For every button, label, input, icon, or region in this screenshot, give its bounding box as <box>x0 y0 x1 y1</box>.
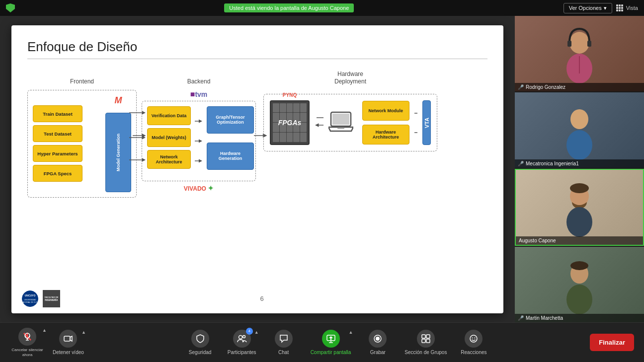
mecatronica-name: Mecatronica Ingenieria1 <box>526 161 579 166</box>
pynq-label: PYNQ <box>283 92 297 98</box>
diagram-area: Frontend Train Dataset Test Dataset Hype… <box>27 68 487 277</box>
end-button[interactable]: Finalizar <box>590 334 634 351</box>
grid-view-icon <box>616 4 623 11</box>
martin-name: Martin Marchetta <box>526 315 563 321</box>
arrows-to-vta <box>414 100 417 145</box>
rodrigo-name: Rodrigo Gonzalez <box>526 84 565 90</box>
top-bar-left <box>6 3 15 12</box>
svg-point-34 <box>566 285 592 314</box>
svg-rect-9 <box>337 127 344 129</box>
backend-section: Backend ■tvm Verification Data Model (We… <box>142 78 256 192</box>
chat-button[interactable]: Chat <box>269 330 299 356</box>
backend-label: Backend <box>142 78 256 85</box>
share-screen-icon <box>322 330 340 348</box>
share-screen-group[interactable]: Compartir pantalla ▲ <box>311 330 351 356</box>
reactions-button[interactable]: Reacciones <box>459 330 488 356</box>
svg-point-54 <box>470 335 477 342</box>
hardware-section: HardwareDeployment PYNQ FPGAs <box>263 71 437 151</box>
laptop-icon <box>328 111 353 134</box>
record-label: Grabar <box>370 350 386 356</box>
top-bar: Usted está viendo la pantalla de Augusto… <box>0 0 644 16</box>
participant-rodrigo: 🎤 Rodrigo Gonzalez <box>515 16 644 91</box>
verification-data-box: Verification Data <box>147 106 191 125</box>
svg-rect-51 <box>426 335 430 338</box>
breakout-label: Sección de Grupos <box>404 350 447 356</box>
participants-chevron[interactable]: ▲ <box>254 330 259 335</box>
video-chevron[interactable]: ▲ <box>81 330 86 335</box>
mic-label: Cancelar silenciar ahora <box>10 348 45 357</box>
chat-icon <box>275 330 293 348</box>
martin-video <box>515 247 644 322</box>
security-label: Seguridad <box>189 350 212 356</box>
hyper-params-box: Hyper Parameters <box>33 145 82 162</box>
video-group[interactable]: Detener vídeo ▲ <box>53 330 84 356</box>
model-weights-box: Model (Weights) <box>147 128 191 147</box>
svg-point-30 <box>570 183 589 193</box>
svg-rect-50 <box>422 335 425 338</box>
security-button[interactable]: Seguridad <box>185 330 215 356</box>
footer-logos: UNCUYO UNIVERSIDAD NACIONAL DE CUYO FACU… <box>21 290 60 307</box>
svg-text:NACIONAL DE CUYO: NACIONAL DE CUYO <box>21 301 39 303</box>
frontend-label: Frontend <box>27 78 137 85</box>
presentation-slide: Enfoque de Diseño Frontend Train Dataset… <box>11 25 503 313</box>
arrows-backend <box>195 106 203 176</box>
fpga-text: FPGAs <box>278 119 302 127</box>
record-button[interactable]: Grabar <box>363 330 393 356</box>
mic-group[interactable]: Cancelar silenciar ahora ▲ <box>10 328 45 357</box>
svg-rect-23 <box>567 41 571 47</box>
slide-number: 6 <box>260 295 263 302</box>
svg-point-43 <box>242 335 245 338</box>
augusto-name: Augusto Capone <box>519 238 556 243</box>
share-chevron[interactable]: ▲ <box>348 330 353 335</box>
model-generation-box: Model Generation <box>105 113 131 192</box>
screen-share-banner: Usted está viendo la pantalla de Augusto… <box>224 3 354 12</box>
svg-text:UNIVERSIDAD: UNIVERSIDAD <box>24 299 36 301</box>
svg-rect-40 <box>64 336 70 341</box>
rodrigo-mic-icon: 🎤 <box>518 84 524 90</box>
participant-mecatronica: 🎤 Mecatronica Ingenieria1 <box>515 92 644 168</box>
chat-label: Chat <box>278 350 289 356</box>
mic-button[interactable]: Cancelar silenciar ahora <box>10 328 45 357</box>
test-dataset-box: Test Dataset <box>33 125 82 142</box>
network-module-box: Network Module <box>362 101 409 121</box>
augusto-video <box>516 170 643 245</box>
frontend-dashed-box: Train Dataset Test Dataset Hyper Paramet… <box>27 90 137 198</box>
hardware-generation-box: Hardware Generation <box>207 143 254 170</box>
ingenieria-logo-svg: FACULTAD DE INGENIERÍA <box>43 290 60 307</box>
breakout-icon <box>417 330 435 348</box>
mxnet-logo: M <box>115 95 122 106</box>
security-icon <box>191 330 209 348</box>
main-content: Enfoque de Diseño Frontend Train Dataset… <box>0 16 515 322</box>
uncuyo-logo-svg: UNCUYO UNIVERSIDAD NACIONAL DE CUYO <box>21 290 39 307</box>
frontend-section: Frontend Train Dataset Test Dataset Hype… <box>27 78 137 198</box>
ver-opciones-button[interactable]: Ver Opciones ▾ <box>564 3 612 13</box>
vivado-logo: VIVADO ✦ <box>142 184 256 192</box>
backend-left-col: Verification Data Model (Weights) Networ… <box>147 106 191 169</box>
video-icon <box>59 330 77 348</box>
share-screen-label: Compartir pantalla <box>311 350 351 356</box>
hardware-architecture-box: Hardware Architecture <box>362 125 409 145</box>
backend-dashed-box: Verification Data Model (Weights) Networ… <box>142 101 256 181</box>
mic-chevron[interactable]: ▲ <box>42 328 47 333</box>
fpga-block: FPGAs <box>270 100 310 145</box>
participants-badge: 4 <box>246 328 253 335</box>
mecatronica-mic-icon: 🎤 <box>518 161 524 166</box>
participants-group[interactable]: 4 Participantes ▲ <box>227 330 257 356</box>
svg-rect-52 <box>422 339 425 343</box>
slide-divider <box>27 59 487 59</box>
participants-icon: 4 <box>233 330 251 348</box>
svg-point-48 <box>376 337 380 341</box>
breakout-button[interactable]: Sección de Grupos <box>404 330 447 356</box>
svg-point-31 <box>566 207 592 237</box>
video-button[interactable]: Detener vídeo <box>53 330 84 356</box>
arrows-model-to-backend <box>129 98 147 177</box>
participants-button[interactable]: 4 Participantes <box>227 330 257 356</box>
mecatronica-name-bar: 🎤 Mecatronica Ingenieria1 <box>515 159 644 168</box>
network-architecture-box: Network Architecture <box>147 150 191 169</box>
share-screen-button[interactable]: Compartir pantalla <box>311 330 351 356</box>
svg-point-27 <box>570 109 588 129</box>
svg-point-22 <box>569 32 589 54</box>
svg-text:UNCUYO: UNCUYO <box>25 294 36 297</box>
shield-icon <box>6 3 15 12</box>
svg-point-28 <box>566 130 592 160</box>
